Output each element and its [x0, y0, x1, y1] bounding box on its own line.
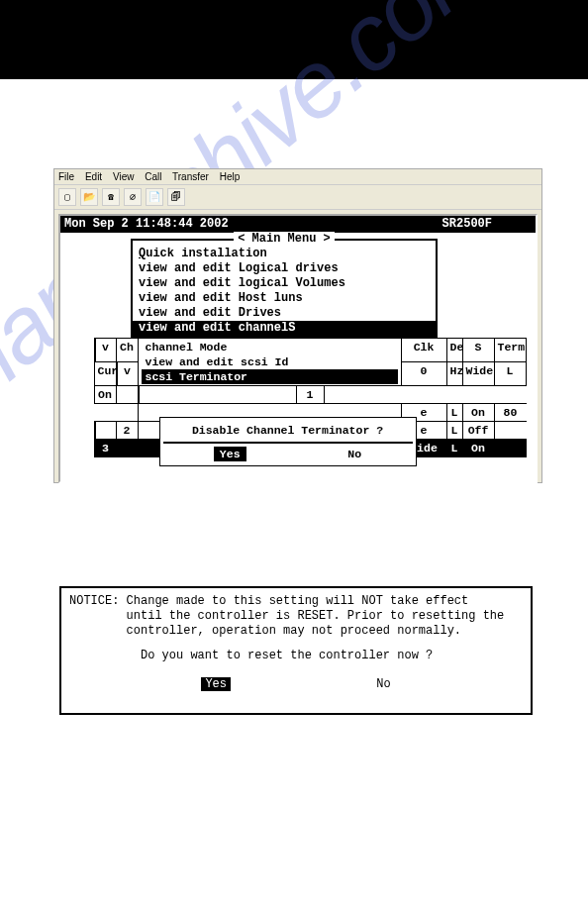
menu-edit[interactable]: Edit: [85, 171, 102, 182]
menu-host-luns[interactable]: view and edit Host luns: [133, 291, 436, 306]
notice-line-2: until the controller is RESET. Prior to …: [69, 609, 523, 624]
terminal-area: Mon Sep 2 11:48:44 2002 SR2500F < Main M…: [58, 214, 538, 483]
cell-term-0: On: [94, 385, 117, 404]
col-s: S: [462, 338, 495, 362]
toolbar-connect-icon[interactable]: ☎: [102, 188, 120, 206]
main-menu-title: < Main Menu >: [234, 232, 335, 246]
cell-cur-1: 80: [494, 403, 527, 422]
toolbar-new-icon[interactable]: ▢: [58, 188, 76, 206]
confirm-dialog: Disable Channel Terminator ? Yes No: [159, 417, 417, 466]
submenu-scsi-terminator[interactable]: scsi Terminator: [142, 369, 398, 384]
col-clk: Clk: [401, 338, 447, 362]
notice-line-4: Do you want to reset the controller now …: [69, 649, 523, 663]
cell-term-2: Off: [462, 421, 495, 440]
notice-yes-button[interactable]: Yes: [201, 677, 231, 691]
cell-ch-1[interactable]: 1: [296, 385, 325, 404]
toolbar-disconnect-icon[interactable]: ⌀: [124, 188, 142, 206]
cell-term-3: On: [462, 439, 495, 457]
menu-call[interactable]: Call: [145, 171, 161, 182]
submenu-scsi-id[interactable]: view and edit scsi Id: [142, 354, 398, 369]
col-ch: Ch: [116, 338, 139, 362]
channel-grid: v Ch channel Mode view and edit scsi Id …: [94, 338, 536, 456]
window-menubar: File Edit View Call Transfer Help: [54, 169, 541, 185]
side-cell: [94, 421, 117, 440]
window-toolbar: ▢ 📂 ☎ ⌀ 📄 🗐: [54, 185, 541, 210]
notice-dialog: NOTICE: Change made to this setting will…: [59, 586, 533, 715]
cell-s-2: L: [446, 421, 463, 440]
page-black-header: [0, 0, 588, 79]
cell-term-1: On: [462, 403, 495, 422]
channel-submenu: channel Mode view and edit scsi Id scsi …: [138, 338, 402, 386]
menu-logical-volumes[interactable]: view and edit logical Volumes: [133, 276, 436, 291]
notice-line-3: controller, operation may not proceed no…: [69, 624, 523, 639]
hyperterminal-window: File Edit View Call Transfer Help ▢ 📂 ☎ …: [53, 168, 542, 483]
menu-channels[interactable]: view and edit channelS: [133, 321, 436, 336]
menu-help[interactable]: Help: [220, 171, 241, 182]
toolbar-props-icon[interactable]: 🗐: [167, 188, 185, 206]
main-menu-box: < Main Menu > Quick installation view an…: [131, 239, 438, 338]
side-cell: v: [116, 361, 139, 386]
cell-s-3: L: [446, 439, 463, 457]
col-defwid: DefWid: [446, 338, 463, 362]
cell-cur-2: [494, 421, 527, 440]
menu-transfer[interactable]: Transfer: [172, 171, 209, 182]
status-datetime: Mon Sep 2 11:48:44 2002: [64, 217, 442, 232]
status-model: SR2500F: [442, 217, 532, 232]
side-cell: [138, 385, 297, 404]
menu-drives[interactable]: view and edit Drives: [133, 306, 436, 321]
cell-cur-3: [494, 439, 527, 457]
cell-cur-0: [116, 385, 139, 404]
terminal-status-bar: Mon Sep 2 11:48:44 2002 SR2500F: [60, 216, 536, 233]
cell-ch-3[interactable]: 3: [94, 439, 117, 457]
dialog-yes-button[interactable]: Yes: [214, 447, 246, 461]
toolbar-open-icon[interactable]: 📂: [80, 188, 98, 206]
menu-logical-drives[interactable]: view and edit Logical drives: [133, 261, 436, 276]
cell-ch-0[interactable]: 0: [401, 361, 447, 386]
col-curs: CurS: [94, 361, 117, 386]
notice-line-1: NOTICE: Change made to this setting will…: [69, 594, 523, 609]
cell-s-1: L: [446, 403, 463, 422]
side-cell: v: [94, 338, 117, 362]
menu-view[interactable]: View: [113, 171, 135, 182]
dialog-message: Disable Channel Terminator ?: [163, 419, 413, 444]
cell-clk-0: Hz: [446, 361, 463, 386]
cell-wid-0: Wide: [462, 361, 495, 386]
notice-no-button[interactable]: No: [376, 677, 390, 691]
cell-ch-2[interactable]: 2: [116, 421, 139, 440]
toolbar-send-icon[interactable]: 📄: [146, 188, 163, 206]
submenu-channel-mode[interactable]: channel Mode: [142, 340, 398, 354]
dialog-no-button[interactable]: No: [347, 447, 361, 461]
menu-file[interactable]: File: [58, 171, 74, 182]
menu-quick-install[interactable]: Quick installation: [133, 247, 436, 261]
col-term: Term: [494, 338, 527, 362]
cell-s-0: L: [494, 361, 527, 386]
